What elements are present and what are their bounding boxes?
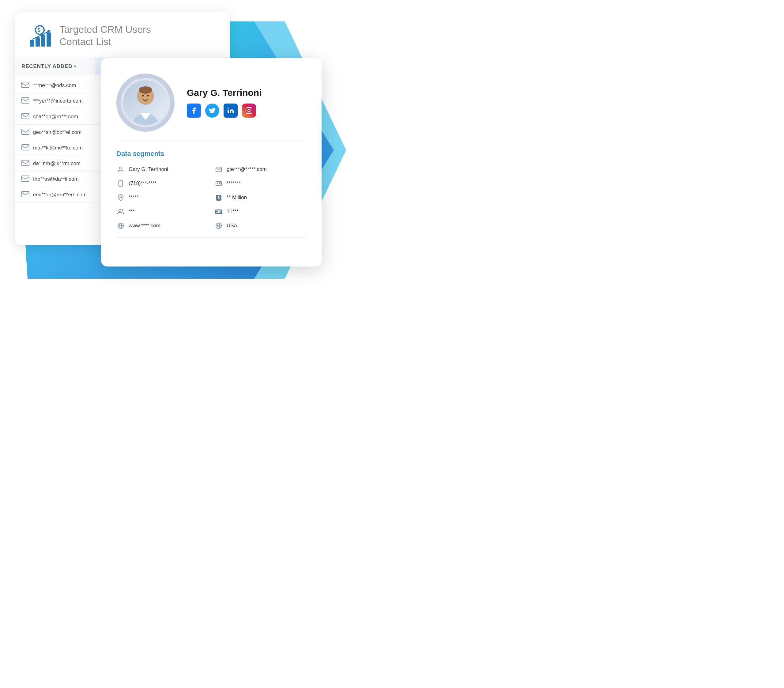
- svg-rect-13: [22, 176, 29, 181]
- data-row-left: ***: [116, 207, 208, 216]
- profile-card: Gary G. Terrinoni Data se: [101, 58, 321, 267]
- col-recently-added[interactable]: RECENTLY ADDED ▾: [15, 58, 95, 75]
- email-envelope-icon: [21, 97, 30, 105]
- svg-rect-21: [246, 107, 252, 114]
- svg-rect-26: [216, 181, 221, 186]
- svg-point-18: [147, 95, 149, 96]
- svg-point-6: [48, 30, 50, 33]
- svg-point-28: [120, 196, 122, 198]
- profile-info: Gary G. Terrinoni: [187, 87, 306, 118]
- email-envelope-icon: [21, 175, 30, 183]
- svg-rect-3: [36, 37, 40, 46]
- email-envelope-icon: [21, 113, 30, 120]
- group-icon: [116, 207, 125, 216]
- email-envelope-icon: [21, 144, 30, 152]
- data-row-right: ZIP11***: [214, 207, 306, 216]
- data-field-value: USA: [227, 223, 237, 229]
- svg-rect-24: [119, 181, 123, 186]
- globe-icon: [214, 221, 223, 230]
- profile-name: Gary G. Terrinoni: [187, 87, 306, 98]
- recently-chevron-icon: ▾: [74, 64, 76, 69]
- svg-rect-2: [30, 40, 34, 46]
- data-row-right: gte***@*****.com: [214, 165, 306, 174]
- data-grid: Gary G. Terrinonigte***@*****.com(718)**…: [116, 165, 306, 230]
- data-row-left: (718)***-****: [116, 179, 208, 188]
- email-envelope-icon: [21, 129, 30, 136]
- email-envelope-icon: [21, 82, 30, 89]
- social-icons: [187, 104, 306, 118]
- zip-icon: ZIP: [214, 207, 223, 216]
- svg-rect-12: [22, 160, 29, 166]
- data-field-value: ** Million: [227, 195, 247, 201]
- linkedin-icon[interactable]: [224, 104, 238, 118]
- data-row-right: *******: [214, 179, 306, 188]
- svg-point-23: [119, 167, 122, 169]
- email-address: mat**kl@me**kc.com: [33, 145, 83, 151]
- email-envelope-icon: [21, 160, 30, 167]
- svg-rect-14: [22, 191, 29, 197]
- svg-point-19: [139, 86, 152, 94]
- svg-rect-10: [22, 129, 29, 134]
- svg-rect-4: [41, 35, 45, 46]
- email-address: tho**as@da**il.com: [33, 176, 79, 182]
- data-field-value: *******: [227, 180, 241, 186]
- svg-rect-11: [22, 145, 29, 150]
- person-icon: [116, 165, 125, 174]
- data-field-value: Gary G. Terrinoni: [128, 166, 168, 172]
- id-icon: [214, 179, 223, 188]
- twitter-icon[interactable]: [205, 104, 219, 118]
- email-icon: [214, 165, 223, 174]
- email-address: sha**on@ro**t.com: [33, 114, 78, 120]
- recently-added-label: RECENTLY ADDED: [21, 63, 72, 69]
- phone-icon: [116, 179, 125, 188]
- card-title: Targeted CRM Users Contact List: [59, 23, 151, 48]
- data-segments-title: Data segments: [116, 150, 306, 158]
- email-address: geo**sn@bc**el.com: [33, 129, 81, 135]
- svg-text:$: $: [38, 28, 40, 33]
- avatar-image: [123, 80, 168, 125]
- profile-top: Gary G. Terrinoni: [116, 74, 306, 141]
- data-field-value: *****: [128, 195, 139, 201]
- email-address: da**mh@jk**rm.com: [33, 160, 81, 167]
- avatar-container: [116, 74, 175, 132]
- data-row-left: *****: [116, 193, 208, 202]
- svg-rect-9: [22, 113, 29, 119]
- data-field-value: www.****.com: [128, 223, 160, 229]
- svg-rect-5: [46, 33, 51, 46]
- svg-rect-8: [22, 98, 29, 103]
- data-field-value: 11***: [227, 209, 239, 215]
- data-field-value: gte***@*****.com: [227, 166, 267, 172]
- card-header: $ Targeted CRM Users Contact List: [15, 12, 230, 55]
- data-row-left: www.****.com: [116, 221, 208, 230]
- data-field-value: (718)***-****: [128, 180, 157, 186]
- instagram-icon[interactable]: [242, 104, 256, 118]
- email-envelope-icon: [21, 191, 30, 198]
- svg-point-20: [227, 107, 229, 109]
- web-icon: [116, 221, 125, 230]
- email-address: emi**on@reu**ers.com: [33, 192, 87, 198]
- svg-point-29: [119, 209, 121, 211]
- svg-point-17: [142, 95, 144, 96]
- location-icon: [116, 193, 125, 202]
- facebook-icon[interactable]: [187, 104, 201, 118]
- data-row-right: USA: [214, 221, 306, 230]
- scene: $ Targeted CRM Users Contact List RECENT…: [9, 3, 346, 297]
- email-address: ***yer**@incorta.com: [33, 98, 83, 104]
- svg-rect-7: [22, 82, 29, 87]
- email-address: ***ne***@ods.com: [33, 82, 76, 89]
- data-field-value: ***: [128, 209, 135, 215]
- data-row-right: $** Million: [214, 193, 306, 202]
- data-row-left: Gary G. Terrinoni: [116, 165, 208, 174]
- dollar-icon: $: [214, 193, 223, 202]
- crm-logo-icon: $: [28, 25, 52, 49]
